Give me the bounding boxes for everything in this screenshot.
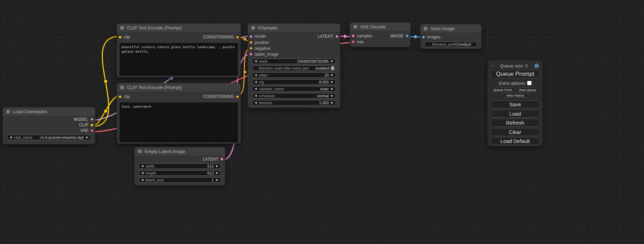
node-title: KSampler	[258, 25, 278, 30]
filename-prefix-widget[interactable]: filename_prefix ComfyUI	[424, 42, 477, 47]
decrement-arrow-icon[interactable]: ◀	[141, 179, 143, 181]
refresh-button[interactable]: Refresh	[491, 119, 539, 127]
wire-midpoint-dot	[104, 80, 107, 83]
decrement-arrow-icon[interactable]: ◀	[255, 94, 257, 97]
node-title-bar[interactable]: Load Checkpoint	[3, 107, 95, 116]
collapse-dot-icon[interactable]	[138, 150, 142, 153]
extra-options-checkbox[interactable]	[527, 81, 531, 85]
clip-text-encode-node-negative[interactable]: CLIP Text Encode (Prompt) clip CONDITION…	[117, 83, 241, 144]
steps-widget[interactable]: ◀ steps 20 ▶	[252, 72, 336, 78]
increment-arrow-icon[interactable]: ▶	[331, 101, 333, 104]
empty-latent-image-node[interactable]: Empty Latent Image LATENT ◀ width 512 ▶ …	[134, 147, 225, 186]
increment-arrow-icon[interactable]: ▶	[331, 60, 333, 63]
increment-arrow-icon[interactable]: ▶	[216, 172, 218, 174]
save-button[interactable]: Save	[491, 100, 539, 108]
increment-arrow-icon[interactable]: ▶	[216, 165, 218, 168]
wire-midpoint-dot	[243, 37, 247, 41]
images-input-slot[interactable]	[422, 36, 425, 39]
collapse-dot-icon[interactable]	[120, 26, 124, 30]
wire-midpoint-dot	[414, 35, 417, 38]
queue-prompt-button[interactable]: Queue Prompt	[491, 70, 539, 78]
collapse-dot-icon[interactable]	[120, 85, 124, 89]
clip-input-slot[interactable]	[118, 36, 122, 39]
scheduler-widget[interactable]: ◀ scheduler normal ▶	[252, 93, 336, 99]
node-title: CLIP Text Encode (Prompt)	[127, 85, 182, 90]
negative-input-slot[interactable]	[249, 47, 253, 50]
batch-size-widget[interactable]: ◀ batch_size 1 ▶	[139, 177, 221, 183]
increment-arrow-icon[interactable]: ▶	[331, 94, 333, 97]
decrement-arrow-icon[interactable]: ◀	[255, 81, 257, 83]
view-queue-button[interactable]: View Queue	[516, 88, 539, 92]
node-title: Empty Latent Image	[145, 149, 185, 154]
queue-size-label: Queue size: 0	[500, 63, 528, 69]
increment-arrow-icon[interactable]: ▶	[331, 88, 333, 90]
node-graph-canvas[interactable]: CLIP Text Encode (Prompt) clip CONDITION…	[0, 0, 644, 244]
node-title: Load Checkpoint	[13, 109, 47, 114]
node-title-bar[interactable]: CLIP Text Encode (Prompt)	[117, 83, 241, 92]
extra-options-label: Extra options	[499, 81, 525, 86]
toggle-knob[interactable]	[330, 66, 335, 70]
drag-handle-icon[interactable]: ⠿	[491, 63, 494, 68]
sampler-name-widget[interactable]: ◀ sampler_name euler ▶	[252, 86, 336, 92]
denoise-widget[interactable]: ◀ denoise 1.000 ▶	[252, 100, 336, 106]
vae-output-slot[interactable]	[90, 129, 94, 132]
ksampler-node[interactable]: KSampler model LATENT positive negative …	[248, 24, 340, 108]
load-button[interactable]: Load	[491, 110, 539, 118]
increment-arrow-icon[interactable]: ▶	[216, 179, 218, 181]
conditioning-output-slot[interactable]	[236, 95, 239, 98]
node-title-bar[interactable]: CLIP Text Encode (Prompt)	[117, 24, 241, 33]
ckpt-name-widget[interactable]: ◀ ckpt_name v1-5-pruned-emaonly.ckpt ▶	[7, 135, 91, 140]
cfg-widget[interactable]: ◀ cfg 8.000 ▶	[252, 79, 336, 85]
vae-input-slot[interactable]	[352, 40, 355, 43]
positive-input-slot[interactable]	[249, 41, 253, 44]
collapse-dot-icon[interactable]	[353, 25, 357, 29]
decrement-arrow-icon[interactable]: ◀	[255, 88, 257, 90]
increment-arrow-icon[interactable]: ▶	[331, 81, 333, 83]
increment-arrow-icon[interactable]: ▶	[86, 136, 88, 139]
queue-front-button[interactable]: Queue Front	[491, 88, 514, 92]
width-widget[interactable]: ◀ width 512 ▶	[139, 163, 221, 169]
decrement-arrow-icon[interactable]: ◀	[255, 74, 257, 76]
queue-panel: ⠿ Queue size: 0 Queue Prompt Extra optio…	[488, 61, 542, 146]
collapse-dot-icon[interactable]	[251, 26, 255, 30]
vae-decode-node[interactable]: VAE Decode samples IMAGE vae	[350, 22, 411, 47]
decrement-arrow-icon[interactable]: ◀	[10, 136, 12, 139]
model-output-slot[interactable]	[90, 118, 94, 121]
prompt-textarea[interactable]: text, watermark	[120, 102, 238, 142]
decrement-arrow-icon[interactable]: ◀	[141, 165, 143, 168]
node-title-bar[interactable]: Empty Latent Image	[134, 147, 225, 156]
clip-output-slot[interactable]	[90, 124, 94, 127]
view-history-button[interactable]: View History	[502, 93, 528, 98]
height-widget[interactable]: ◀ height 512 ▶	[139, 170, 221, 176]
load-default-button[interactable]: Load Default	[491, 137, 539, 145]
increment-arrow-icon[interactable]: ▶	[331, 74, 333, 76]
decrement-arrow-icon[interactable]: ◀	[141, 172, 143, 174]
latent-image-input-slot[interactable]	[249, 53, 253, 56]
clip-input-slot[interactable]	[118, 95, 122, 98]
image-output-slot[interactable]	[406, 34, 409, 37]
node-title-bar[interactable]: KSampler	[248, 24, 340, 33]
collapse-dot-icon[interactable]	[424, 27, 427, 30]
decrement-arrow-icon[interactable]: ◀	[255, 101, 257, 104]
wire-midpoint-dot	[343, 35, 347, 38]
samples-input-slot[interactable]	[352, 34, 355, 37]
seed-widget[interactable]: ◀ seed 156680208700286 ▶	[252, 58, 336, 64]
conditioning-output-slot[interactable]	[236, 36, 239, 39]
random-seed-toggle-widget[interactable]: Random seed after every gen enabled	[252, 65, 336, 71]
settings-gear-icon[interactable]	[534, 63, 539, 69]
node-title: VAE Decode	[360, 24, 386, 29]
load-checkpoint-node[interactable]: Load Checkpoint MODEL CLIP VAE ◀ ckpt_na…	[3, 107, 95, 144]
decrement-arrow-icon[interactable]: ◀	[255, 60, 257, 63]
collapse-dot-icon[interactable]	[6, 110, 10, 114]
clear-button[interactable]: Clear	[491, 128, 539, 136]
node-title-bar[interactable]: Save Image	[420, 24, 482, 33]
model-input-slot[interactable]	[249, 35, 253, 38]
wire-midpoint-dot	[104, 109, 107, 113]
clip-text-encode-node-positive[interactable]: CLIP Text Encode (Prompt) clip CONDITION…	[117, 24, 241, 77]
latent-output-slot[interactable]	[220, 157, 223, 161]
save-image-node[interactable]: Save Image images filename_prefix ComfyU…	[420, 24, 482, 49]
prompt-textarea[interactable]: beautiful scenery nature glass bottle la…	[120, 43, 238, 76]
node-title-bar[interactable]: VAE Decode	[350, 22, 411, 31]
latent-output-slot[interactable]	[335, 35, 338, 38]
wire-midpoint-dot	[243, 70, 247, 74]
